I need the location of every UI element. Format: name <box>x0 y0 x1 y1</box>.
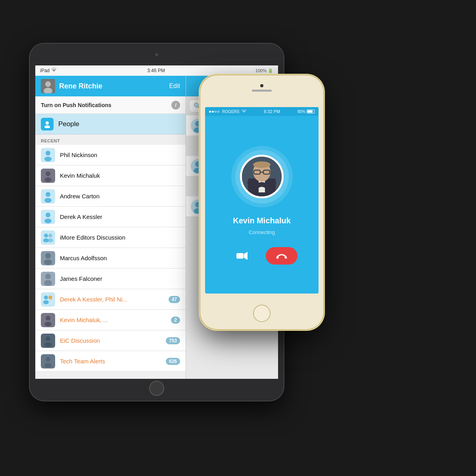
avatar <box>41 79 55 93</box>
list-item[interactable]: Derek A Kessler <box>35 207 186 227</box>
svg-point-29 <box>44 296 48 299</box>
svg-point-7 <box>44 157 52 161</box>
svg-point-57 <box>253 161 271 168</box>
iphone-status-bar: ROGERS 6:32 PM 80% <box>205 107 319 116</box>
contact-avatar <box>41 272 55 286</box>
list-item[interactable]: Marcus Adolfsson <box>35 248 186 269</box>
contact-avatar <box>41 189 55 203</box>
signal-dot <box>212 111 214 113</box>
svg-point-10 <box>44 177 52 182</box>
contact-name: Kevin Michaluk <box>60 172 180 179</box>
svg-point-45 <box>195 161 201 167</box>
contact-avatar <box>41 169 55 183</box>
contact-avatar <box>41 354 55 369</box>
call-buttons <box>226 247 298 265</box>
call-avatar-container <box>230 145 294 208</box>
svg-point-3 <box>46 121 49 125</box>
contact-name: Derek A Kessler, Phil Ni... <box>60 296 164 303</box>
contact-name: Tech Team Alerts <box>60 358 161 365</box>
svg-point-36 <box>46 336 50 341</box>
people-icon <box>41 118 54 131</box>
list-item[interactable]: James Falconer <box>35 269 186 289</box>
contact-avatar <box>41 334 55 348</box>
header-user-name: Rene Ritchie <box>59 82 102 90</box>
svg-point-16 <box>44 219 52 223</box>
list-item[interactable]: Kevin Michaluk, ... 2 <box>35 310 186 330</box>
iphone-device: ROGERS 6:32 PM 80% <box>200 75 323 329</box>
svg-point-23 <box>45 253 51 259</box>
list-item[interactable]: Kevin Michaluk <box>35 165 186 186</box>
iphone-home-button[interactable] <box>253 305 271 322</box>
wifi-icon <box>51 68 57 73</box>
list-item[interactable]: Derek A Kessler, Phil Ni... 47 <box>35 289 186 310</box>
contact-name: iMore Editors Discussion <box>60 234 180 241</box>
wifi-icon <box>242 109 246 114</box>
svg-point-6 <box>46 151 50 155</box>
push-notification-bar[interactable]: Turn on Push Notifications i <box>35 96 186 114</box>
list-item[interactable]: Andrew Carton <box>35 186 186 207</box>
svg-point-27 <box>44 280 52 286</box>
signal-dot <box>209 111 211 113</box>
end-call-button[interactable] <box>266 247 298 265</box>
contact-name: Derek A Kessler <box>60 213 180 220</box>
people-row[interactable]: People <box>35 114 186 134</box>
svg-point-9 <box>46 171 50 176</box>
list-item[interactable]: EiC Discussion 753 <box>35 330 186 351</box>
ipad-status-right: 100% 🔋 <box>255 68 273 73</box>
svg-point-13 <box>44 198 52 203</box>
call-screen: Kevin Michaluk Connecting <box>205 116 319 294</box>
svg-rect-28 <box>41 292 55 307</box>
svg-point-34 <box>44 322 52 326</box>
svg-rect-58 <box>236 253 244 259</box>
svg-point-20 <box>48 234 52 238</box>
signal-dot <box>217 111 219 113</box>
svg-point-39 <box>46 357 50 362</box>
ipad-device-label: iPad <box>40 68 50 73</box>
signal-icon <box>209 111 219 113</box>
scene: iPad 3:46 PM 100% 🔋 <box>30 44 446 432</box>
battery-fill <box>307 110 313 113</box>
svg-point-4 <box>44 125 50 128</box>
list-item[interactable]: Tech Team Alerts 626 <box>35 351 186 372</box>
video-button[interactable] <box>226 247 258 265</box>
signal-dot <box>215 111 217 113</box>
contact-name: James Falconer <box>60 275 180 282</box>
svg-point-31 <box>48 296 52 299</box>
contact-name: Andrew Carton <box>60 193 180 200</box>
iphone-status-left: ROGERS <box>209 109 246 114</box>
svg-point-15 <box>46 213 50 217</box>
contact-avatar <box>41 292 55 307</box>
info-icon[interactable]: i <box>171 101 180 109</box>
carrier-name: ROGERS <box>222 109 239 114</box>
contact-name: Phil Nickinson <box>60 152 180 158</box>
push-notif-label: Turn on Push Notifications <box>41 102 111 108</box>
list-item[interactable]: Phil Nickinson <box>35 145 186 165</box>
ipad-header: Rene Ritchie Edit <box>35 76 186 96</box>
list-item[interactable]: iMore Editors Discussion <box>35 227 186 248</box>
svg-point-37 <box>44 342 52 347</box>
iphone-speaker <box>252 90 272 92</box>
ipad-home-button[interactable] <box>149 381 164 396</box>
ipad-header-left: Rene Ritchie <box>41 79 102 93</box>
iphone-time: 6:32 PM <box>264 109 280 114</box>
contact-name: EiC Discussion <box>60 337 161 344</box>
caller-avatar <box>240 155 284 198</box>
ipad-time: 3:46 PM <box>147 68 165 73</box>
contact-avatar <box>41 230 55 245</box>
call-status: Connecting <box>249 229 275 235</box>
iphone-screen: ROGERS 6:32 PM 80% <box>205 107 319 294</box>
svg-marker-59 <box>244 252 248 260</box>
svg-point-21 <box>48 238 53 242</box>
people-label: People <box>58 120 79 128</box>
contact-avatar <box>41 313 55 327</box>
contact-name: Kevin Michaluk, ... <box>60 317 166 323</box>
svg-point-33 <box>46 316 50 321</box>
badge: 2 <box>171 317 180 324</box>
edit-button[interactable]: Edit <box>169 83 180 90</box>
caller-name: Kevin Michaluk <box>233 216 291 225</box>
svg-rect-17 <box>41 230 55 245</box>
ipad-status-left: iPad <box>40 68 57 73</box>
contact-avatar <box>41 210 55 224</box>
battery-icon <box>307 109 315 113</box>
iphone-camera <box>260 84 263 87</box>
